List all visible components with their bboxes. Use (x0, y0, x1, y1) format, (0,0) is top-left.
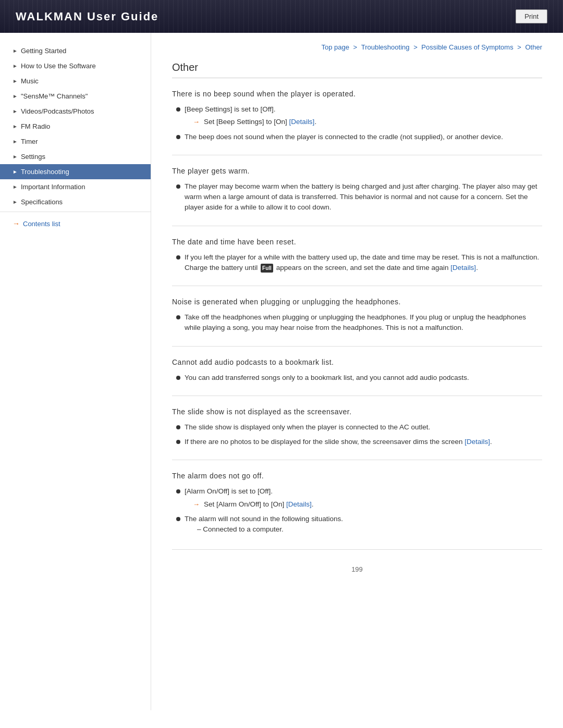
page-layout: ►Getting Started►How to Use the Software… (0, 33, 563, 710)
bullet-text-date: If you left the player for a while with … (185, 252, 542, 274)
sidebar-arrow-icon: ► (13, 154, 18, 159)
section-title-warm: The player gets warm. (172, 167, 542, 175)
sidebar-arrow-icon: ► (13, 108, 18, 114)
bullet-item: If you left the player for a while with … (172, 252, 542, 274)
sidebar-item-sensme[interactable]: ►"SensMe™ Channels" (0, 89, 151, 104)
section-slideshow: The slide show is not displayed as the s… (172, 408, 542, 461)
details-link-date[interactable]: [Details] (450, 264, 476, 272)
sidebar-item-troubleshooting[interactable]: ►Troubleshooting (0, 164, 151, 179)
section-date-reset: The date and time have been reset. If yo… (172, 238, 542, 287)
sidebar-label: Important Information (21, 183, 85, 191)
page-title: Other (172, 61, 542, 78)
battery-icon: Full (261, 264, 273, 273)
bullet-item: You can add transferred songs only to a … (172, 373, 542, 383)
bullet-item: The beep does not sound when the player … (172, 132, 542, 142)
contents-list-link[interactable]: → Contents list (0, 214, 151, 233)
section-noise: Noise is generated when plugging or unpl… (172, 298, 542, 347)
bullet-dot (176, 425, 180, 429)
sidebar-label: Settings (21, 153, 45, 161)
bullet-item: Take off the headphones when plugging or… (172, 312, 542, 334)
main-content: Top page > Troubleshooting > Possible Ca… (151, 33, 563, 710)
sidebar-item-how-to-use[interactable]: ►How to Use the Software (0, 58, 151, 73)
sidebar-arrow-icon: ► (13, 169, 18, 175)
sub-arrow-line: → Set [Beep Settings] to [On] [Details]. (185, 117, 542, 127)
dash-item-computer: Connected to a computer. (185, 524, 542, 535)
sub-arrow-line: → Set [Alarm On/Off] to [On] [Details]. (185, 499, 542, 510)
sidebar-item-timer[interactable]: ►Timer (0, 134, 151, 149)
sidebar-item-getting-started[interactable]: ►Getting Started (0, 43, 151, 58)
section-no-beep: There is no beep sound when the player i… (172, 90, 542, 155)
sidebar-item-music[interactable]: ►Music (0, 73, 151, 89)
bullet-dot (176, 376, 180, 380)
arrow-sub-icon: → (193, 117, 200, 127)
sidebar-divider (0, 212, 151, 212)
sidebar-label: Music (21, 77, 39, 85)
bullet-dot (176, 184, 180, 189)
section-title-bookmark: Cannot add audio podcasts to a bookmark … (172, 358, 542, 366)
sidebar-label: FM Radio (21, 122, 50, 130)
bullet-item: The player may become warm when the batt… (172, 181, 542, 213)
bullet-text-slideshow-photos: If there are no photos to be displayed f… (185, 437, 542, 447)
breadcrumb: Top page > Troubleshooting > Possible Ca… (172, 43, 542, 51)
bullet-item: [Alarm On/Off] is set to [Off]. → Set [A… (172, 486, 542, 510)
bullet-text-slideshow-ac: The slide show is displayed only when th… (185, 422, 542, 433)
sub-text-alarm: Set [Alarm On/Off] to [On] [Details]. (204, 499, 314, 510)
bullet-dot (176, 440, 180, 444)
contents-list-label: Contents list (23, 220, 60, 228)
section-title-no-beep: There is no beep sound when the player i… (172, 90, 542, 98)
sidebar-label: "SensMe™ Channels" (21, 92, 88, 100)
bullet-dot (176, 255, 180, 260)
breadcrumb-possible-causes[interactable]: Possible Causes of Symptoms (421, 43, 513, 51)
sidebar-arrow-icon: ► (13, 184, 18, 190)
sidebar-item-important-info[interactable]: ►Important Information (0, 179, 151, 194)
bullet-item: If there are no photos to be displayed f… (172, 437, 542, 447)
sidebar-label: Specifications (21, 198, 63, 206)
sidebar-label: Troubleshooting (21, 168, 69, 176)
section-title-alarm: The alarm does not go off. (172, 472, 542, 480)
bullet-dot (176, 315, 180, 319)
bullet-item: The alarm will not sound in the followin… (172, 514, 542, 537)
breadcrumb-top[interactable]: Top page (321, 43, 349, 51)
breadcrumb-troubleshooting[interactable]: Troubleshooting (361, 43, 410, 51)
bullet-text-beep-off: [Beep Settings] is set to [Off]. (185, 105, 276, 113)
bullet-item: The slide show is displayed only when th… (172, 422, 542, 433)
details-link-alarm[interactable]: [Details] (286, 500, 312, 508)
sidebar-arrow-icon: ► (13, 124, 18, 129)
print-button[interactable]: Print (516, 9, 547, 23)
sidebar-arrow-icon: ► (13, 93, 18, 99)
sidebar: ►Getting Started►How to Use the Software… (0, 33, 151, 710)
details-link-slideshow[interactable]: [Details] (464, 438, 490, 446)
bullet-text-noise: Take off the headphones when plugging or… (185, 312, 542, 334)
breadcrumb-other[interactable]: Other (525, 43, 542, 51)
bullet-dot (176, 135, 180, 139)
bullet-item: [Beep Settings] is set to [Off]. → Set [… (172, 104, 542, 128)
section-title-noise: Noise is generated when plugging or unpl… (172, 298, 542, 306)
page-number: 199 (172, 565, 542, 573)
sidebar-arrow-icon: ► (13, 63, 18, 69)
bullet-text-cradle: The beep does not sound when the player … (185, 132, 542, 142)
section-title-slideshow: The slide show is not displayed as the s… (172, 408, 542, 416)
section-alarm: The alarm does not go off. [Alarm On/Off… (172, 472, 542, 550)
sidebar-arrow-icon: ► (13, 199, 18, 205)
sidebar-item-settings[interactable]: ►Settings (0, 149, 151, 164)
sidebar-item-specifications[interactable]: ►Specifications (0, 194, 151, 209)
header: WALKMAN User Guide Print (0, 0, 563, 33)
sidebar-label: How to Use the Software (21, 62, 96, 70)
section-title-date: The date and time have been reset. (172, 238, 542, 246)
sidebar-arrow-icon: ► (13, 139, 18, 144)
bullet-dot (176, 489, 180, 493)
app-title: WALKMAN User Guide (16, 10, 158, 23)
bullet-dot (176, 107, 180, 112)
section-player-warm: The player gets warm. The player may bec… (172, 167, 542, 226)
arrow-right-icon: → (13, 219, 20, 228)
sidebar-item-fm-radio[interactable]: ►FM Radio (0, 119, 151, 134)
arrow-sub-icon: → (193, 499, 200, 510)
bullet-text-alarm-off: [Alarm On/Off] is set to [Off]. (185, 487, 273, 495)
details-link-beep[interactable]: [Details] (289, 118, 315, 126)
sidebar-label: Videos/Podcasts/Photos (21, 107, 94, 115)
sidebar-item-videos[interactable]: ►Videos/Podcasts/Photos (0, 104, 151, 119)
bullet-dot (176, 517, 180, 521)
section-bookmark: Cannot add audio podcasts to a bookmark … (172, 358, 542, 396)
sidebar-arrow-icon: ► (13, 78, 18, 84)
sub-text-beep: Set [Beep Settings] to [On] [Details]. (204, 117, 316, 127)
